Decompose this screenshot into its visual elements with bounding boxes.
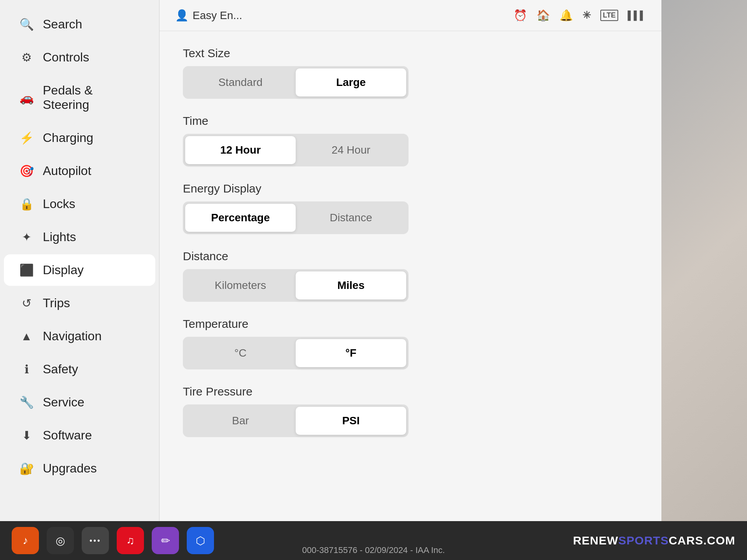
sidebar-item-upgrades[interactable]: 🔐 Upgrades (4, 453, 155, 484)
tire-pressure-bar-button[interactable]: Bar (185, 407, 296, 435)
sidebar-label-charging: Charging (43, 131, 93, 145)
pedals-icon: 🚗 (19, 91, 33, 105)
sidebar-label-navigation: Navigation (43, 329, 102, 343)
taskbar-app-pencil[interactable]: ✏ (152, 527, 179, 554)
distance-miles-button[interactable]: Miles (296, 271, 406, 299)
sidebar-label-safety: Safety (43, 362, 78, 376)
taskbar-app-more[interactable]: ••• (82, 527, 109, 554)
watermark-text: RENEWSPORTSCARS.COM (573, 534, 735, 547)
camera-icon: ◎ (56, 534, 65, 547)
time-12hour-button[interactable]: 12 Hour (185, 136, 296, 164)
home-icon: 🏠 (537, 9, 550, 22)
watermark-renew: RENEW (573, 534, 619, 547)
content-area: 👤 Easy En... ⏰ 🏠 🔔 ✳ LTE ▌▌▌ Text Size (160, 0, 661, 521)
taskbar-app-bluetooth[interactable]: ⬡ (187, 527, 214, 554)
content-wrapper: 👤 Easy En... ⏰ 🏠 🔔 ✳ LTE ▌▌▌ Text Size (160, 0, 747, 521)
user-icon: 👤 (175, 9, 189, 22)
sidebar-item-software[interactable]: ⬇ Software (4, 420, 155, 451)
time-section: Time 12 Hour 24 Hour (183, 114, 638, 166)
sidebar-item-safety[interactable]: ℹ Safety (4, 354, 155, 385)
settings-content: Text Size Standard Large Time 12 Hour 24… (160, 31, 661, 521)
tire-pressure-section: Tire Pressure Bar PSI (183, 385, 638, 437)
service-icon: 🔧 (19, 396, 33, 409)
navigation-icon: ▲ (19, 330, 33, 343)
tire-pressure-toggle: Bar PSI (183, 404, 409, 437)
sidebar-item-pedals-steering[interactable]: 🚗 Pedals & Steering (4, 75, 155, 121)
energy-display-label: Energy Display (183, 182, 638, 195)
taskbar-app-music[interactable]: ♫ (117, 527, 144, 554)
sidebar-label-controls: Controls (43, 50, 89, 65)
display-icon: ⬛ (19, 263, 33, 277)
text-size-large-button[interactable]: Large (296, 68, 406, 96)
car-image (661, 0, 747, 521)
software-icon: ⬇ (19, 429, 33, 442)
energy-distance-button[interactable]: Distance (296, 204, 406, 232)
upgrades-icon: 🔐 (19, 462, 33, 475)
user-info: 👤 Easy En... (175, 9, 506, 22)
text-size-label: Text Size (183, 47, 638, 60)
distance-label: Distance (183, 250, 638, 263)
bluetooth-app-icon: ⬡ (196, 534, 205, 547)
music-icon: ♫ (126, 534, 135, 547)
charging-icon: ⚡ (19, 131, 33, 145)
sidebar-label-upgrades: Upgrades (43, 461, 97, 476)
tire-pressure-psi-button[interactable]: PSI (296, 407, 406, 435)
lte-badge: LTE (600, 10, 619, 21)
top-bar: 👤 Easy En... ⏰ 🏠 🔔 ✳ LTE ▌▌▌ (160, 0, 661, 31)
taskbar-app-camera[interactable]: ◎ (47, 527, 74, 554)
energy-display-section: Energy Display Percentage Distance (183, 182, 638, 234)
taskbar: ♪ ◎ ••• ♫ ✏ ⬡ 000-38715576 - 02/09/2024 … (0, 521, 747, 560)
tire-pressure-label: Tire Pressure (183, 385, 638, 398)
sidebar-label-service: Service (43, 395, 84, 410)
status-icons: ⏰ 🏠 🔔 ✳ LTE ▌▌▌ (514, 9, 646, 22)
locks-icon: 🔒 (19, 197, 33, 211)
more-icon: ••• (89, 536, 101, 545)
sidebar-item-locks[interactable]: 🔒 Locks (4, 188, 155, 220)
text-size-toggle: Standard Large (183, 66, 409, 99)
sidebar-item-controls[interactable]: ⚙ Controls (4, 42, 155, 73)
audio-icon: ♪ (23, 534, 28, 547)
sidebar-item-display[interactable]: ⬛ Display (4, 254, 155, 286)
time-24hour-button[interactable]: 24 Hour (296, 136, 406, 164)
sidebar-label-trips: Trips (43, 296, 70, 310)
temperature-fahrenheit-button[interactable]: °F (296, 339, 406, 367)
sidebar-label-search: Search (43, 17, 82, 32)
watermark: RENEWSPORTSCARS.COM (573, 521, 747, 560)
safety-icon: ℹ (19, 362, 33, 376)
trips-icon: ↺ (19, 296, 33, 310)
controls-icon: ⚙ (19, 51, 33, 64)
sidebar-item-charging[interactable]: ⚡ Charging (4, 122, 155, 154)
sidebar-label-display: Display (43, 263, 84, 277)
sidebar-label-software: Software (43, 428, 92, 443)
energy-percentage-button[interactable]: Percentage (185, 204, 296, 232)
time-toggle: 12 Hour 24 Hour (183, 134, 409, 166)
energy-display-toggle: Percentage Distance (183, 201, 409, 234)
temperature-celsius-button[interactable]: °C (185, 339, 296, 367)
sidebar-item-search[interactable]: 🔍 Search (4, 9, 155, 40)
distance-toggle: Kilometers Miles (183, 269, 409, 302)
sidebar-label-locks: Locks (43, 197, 75, 211)
temperature-section: Temperature °C °F (183, 317, 638, 369)
temperature-label: Temperature (183, 317, 638, 331)
sidebar-item-lights[interactable]: ✦ Lights (4, 221, 155, 253)
sidebar: 🔍 Search ⚙ Controls 🚗 Pedals & Steering … (0, 0, 160, 521)
sidebar-label-lights: Lights (43, 230, 76, 244)
autopilot-icon: 🎯 (19, 164, 33, 178)
watermark-cars: CARS.COM (669, 534, 735, 547)
search-icon: 🔍 (19, 18, 33, 31)
taskbar-app-audio[interactable]: ♪ (12, 527, 39, 554)
sidebar-label-pedals: Pedals & Steering (43, 83, 140, 112)
text-size-standard-button[interactable]: Standard (185, 68, 296, 96)
sidebar-item-navigation[interactable]: ▲ Navigation (4, 320, 155, 352)
time-label: Time (183, 114, 638, 128)
distance-km-button[interactable]: Kilometers (185, 271, 296, 299)
sidebar-item-service[interactable]: 🔧 Service (4, 387, 155, 418)
user-label: Easy En... (193, 9, 242, 22)
taskbar-info: 000-38715576 - 02/09/2024 - IAA Inc. (302, 545, 445, 555)
sidebar-item-trips[interactable]: ↺ Trips (4, 287, 155, 319)
distance-section: Distance Kilometers Miles (183, 250, 638, 302)
signal-icon: ▌▌▌ (628, 10, 646, 21)
lights-icon: ✦ (19, 230, 33, 244)
text-size-section: Text Size Standard Large (183, 47, 638, 99)
sidebar-item-autopilot[interactable]: 🎯 Autopilot (4, 155, 155, 187)
